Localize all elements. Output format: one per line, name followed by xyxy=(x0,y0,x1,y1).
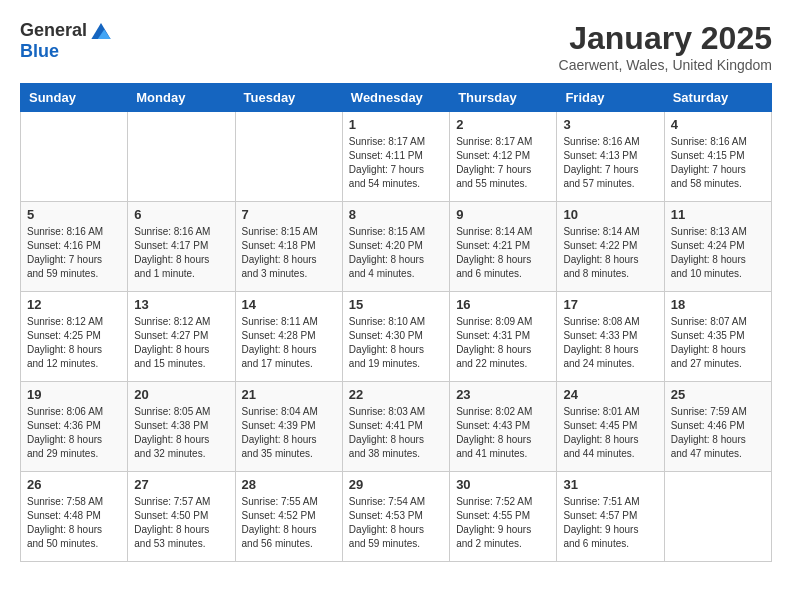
day-info: Sunrise: 8:14 AM Sunset: 4:21 PM Dayligh… xyxy=(456,225,550,281)
day-number: 13 xyxy=(134,297,228,312)
header-thursday: Thursday xyxy=(450,84,557,112)
table-row xyxy=(235,112,342,202)
day-info: Sunrise: 8:02 AM Sunset: 4:43 PM Dayligh… xyxy=(456,405,550,461)
day-info: Sunrise: 8:06 AM Sunset: 4:36 PM Dayligh… xyxy=(27,405,121,461)
day-number: 1 xyxy=(349,117,443,132)
table-row: 1Sunrise: 8:17 AM Sunset: 4:11 PM Daylig… xyxy=(342,112,449,202)
day-info: Sunrise: 8:17 AM Sunset: 4:12 PM Dayligh… xyxy=(456,135,550,191)
table-row: 22Sunrise: 8:03 AM Sunset: 4:41 PM Dayli… xyxy=(342,382,449,472)
table-row: 27Sunrise: 7:57 AM Sunset: 4:50 PM Dayli… xyxy=(128,472,235,562)
day-number: 30 xyxy=(456,477,550,492)
table-row: 20Sunrise: 8:05 AM Sunset: 4:38 PM Dayli… xyxy=(128,382,235,472)
day-number: 18 xyxy=(671,297,765,312)
day-info: Sunrise: 8:09 AM Sunset: 4:31 PM Dayligh… xyxy=(456,315,550,371)
day-info: Sunrise: 8:16 AM Sunset: 4:17 PM Dayligh… xyxy=(134,225,228,281)
day-info: Sunrise: 8:04 AM Sunset: 4:39 PM Dayligh… xyxy=(242,405,336,461)
day-info: Sunrise: 8:16 AM Sunset: 4:16 PM Dayligh… xyxy=(27,225,121,281)
day-number: 17 xyxy=(563,297,657,312)
location-text: Caerwent, Wales, United Kingdom xyxy=(559,57,772,73)
table-row xyxy=(21,112,128,202)
day-info: Sunrise: 7:57 AM Sunset: 4:50 PM Dayligh… xyxy=(134,495,228,551)
day-number: 11 xyxy=(671,207,765,222)
header-friday: Friday xyxy=(557,84,664,112)
day-number: 29 xyxy=(349,477,443,492)
day-number: 25 xyxy=(671,387,765,402)
table-row: 24Sunrise: 8:01 AM Sunset: 4:45 PM Dayli… xyxy=(557,382,664,472)
day-number: 7 xyxy=(242,207,336,222)
table-row: 29Sunrise: 7:54 AM Sunset: 4:53 PM Dayli… xyxy=(342,472,449,562)
day-info: Sunrise: 8:01 AM Sunset: 4:45 PM Dayligh… xyxy=(563,405,657,461)
day-number: 5 xyxy=(27,207,121,222)
day-info: Sunrise: 8:14 AM Sunset: 4:22 PM Dayligh… xyxy=(563,225,657,281)
table-row: 8Sunrise: 8:15 AM Sunset: 4:20 PM Daylig… xyxy=(342,202,449,292)
logo-icon xyxy=(91,23,111,39)
header-tuesday: Tuesday xyxy=(235,84,342,112)
table-row: 26Sunrise: 7:58 AM Sunset: 4:48 PM Dayli… xyxy=(21,472,128,562)
day-info: Sunrise: 8:05 AM Sunset: 4:38 PM Dayligh… xyxy=(134,405,228,461)
day-info: Sunrise: 8:15 AM Sunset: 4:18 PM Dayligh… xyxy=(242,225,336,281)
day-info: Sunrise: 7:52 AM Sunset: 4:55 PM Dayligh… xyxy=(456,495,550,551)
table-row: 31Sunrise: 7:51 AM Sunset: 4:57 PM Dayli… xyxy=(557,472,664,562)
day-number: 6 xyxy=(134,207,228,222)
day-info: Sunrise: 8:10 AM Sunset: 4:30 PM Dayligh… xyxy=(349,315,443,371)
table-row: 9Sunrise: 8:14 AM Sunset: 4:21 PM Daylig… xyxy=(450,202,557,292)
table-row: 30Sunrise: 7:52 AM Sunset: 4:55 PM Dayli… xyxy=(450,472,557,562)
day-number: 24 xyxy=(563,387,657,402)
day-number: 28 xyxy=(242,477,336,492)
day-number: 12 xyxy=(27,297,121,312)
table-row: 2Sunrise: 8:17 AM Sunset: 4:12 PM Daylig… xyxy=(450,112,557,202)
day-number: 20 xyxy=(134,387,228,402)
table-row: 7Sunrise: 8:15 AM Sunset: 4:18 PM Daylig… xyxy=(235,202,342,292)
day-number: 27 xyxy=(134,477,228,492)
table-row: 19Sunrise: 8:06 AM Sunset: 4:36 PM Dayli… xyxy=(21,382,128,472)
logo-general-text: General xyxy=(20,20,87,41)
table-row: 17Sunrise: 8:08 AM Sunset: 4:33 PM Dayli… xyxy=(557,292,664,382)
table-row: 11Sunrise: 8:13 AM Sunset: 4:24 PM Dayli… xyxy=(664,202,771,292)
day-number: 26 xyxy=(27,477,121,492)
day-info: Sunrise: 7:54 AM Sunset: 4:53 PM Dayligh… xyxy=(349,495,443,551)
day-info: Sunrise: 8:07 AM Sunset: 4:35 PM Dayligh… xyxy=(671,315,765,371)
day-number: 9 xyxy=(456,207,550,222)
day-number: 8 xyxy=(349,207,443,222)
table-row: 4Sunrise: 8:16 AM Sunset: 4:15 PM Daylig… xyxy=(664,112,771,202)
day-number: 31 xyxy=(563,477,657,492)
day-info: Sunrise: 8:13 AM Sunset: 4:24 PM Dayligh… xyxy=(671,225,765,281)
table-row: 18Sunrise: 8:07 AM Sunset: 4:35 PM Dayli… xyxy=(664,292,771,382)
table-row: 13Sunrise: 8:12 AM Sunset: 4:27 PM Dayli… xyxy=(128,292,235,382)
day-number: 19 xyxy=(27,387,121,402)
day-info: Sunrise: 8:17 AM Sunset: 4:11 PM Dayligh… xyxy=(349,135,443,191)
calendar-week-5: 26Sunrise: 7:58 AM Sunset: 4:48 PM Dayli… xyxy=(21,472,772,562)
day-number: 3 xyxy=(563,117,657,132)
calendar-week-4: 19Sunrise: 8:06 AM Sunset: 4:36 PM Dayli… xyxy=(21,382,772,472)
calendar-week-3: 12Sunrise: 8:12 AM Sunset: 4:25 PM Dayli… xyxy=(21,292,772,382)
table-row: 23Sunrise: 8:02 AM Sunset: 4:43 PM Dayli… xyxy=(450,382,557,472)
day-info: Sunrise: 8:12 AM Sunset: 4:27 PM Dayligh… xyxy=(134,315,228,371)
calendar-header-row: Sunday Monday Tuesday Wednesday Thursday… xyxy=(21,84,772,112)
table-row: 25Sunrise: 7:59 AM Sunset: 4:46 PM Dayli… xyxy=(664,382,771,472)
day-info: Sunrise: 8:03 AM Sunset: 4:41 PM Dayligh… xyxy=(349,405,443,461)
day-number: 22 xyxy=(349,387,443,402)
day-info: Sunrise: 7:58 AM Sunset: 4:48 PM Dayligh… xyxy=(27,495,121,551)
day-number: 4 xyxy=(671,117,765,132)
day-info: Sunrise: 8:12 AM Sunset: 4:25 PM Dayligh… xyxy=(27,315,121,371)
table-row: 5Sunrise: 8:16 AM Sunset: 4:16 PM Daylig… xyxy=(21,202,128,292)
month-title: January 2025 xyxy=(559,20,772,57)
day-number: 15 xyxy=(349,297,443,312)
day-info: Sunrise: 8:16 AM Sunset: 4:13 PM Dayligh… xyxy=(563,135,657,191)
table-row xyxy=(664,472,771,562)
page-header: General Blue January 2025 Caerwent, Wale… xyxy=(20,20,772,73)
header-monday: Monday xyxy=(128,84,235,112)
day-number: 14 xyxy=(242,297,336,312)
day-info: Sunrise: 7:51 AM Sunset: 4:57 PM Dayligh… xyxy=(563,495,657,551)
day-number: 23 xyxy=(456,387,550,402)
header-wednesday: Wednesday xyxy=(342,84,449,112)
calendar-week-1: 1Sunrise: 8:17 AM Sunset: 4:11 PM Daylig… xyxy=(21,112,772,202)
table-row: 15Sunrise: 8:10 AM Sunset: 4:30 PM Dayli… xyxy=(342,292,449,382)
day-number: 16 xyxy=(456,297,550,312)
day-info: Sunrise: 8:11 AM Sunset: 4:28 PM Dayligh… xyxy=(242,315,336,371)
day-info: Sunrise: 7:59 AM Sunset: 4:46 PM Dayligh… xyxy=(671,405,765,461)
table-row: 14Sunrise: 8:11 AM Sunset: 4:28 PM Dayli… xyxy=(235,292,342,382)
header-sunday: Sunday xyxy=(21,84,128,112)
calendar-week-2: 5Sunrise: 8:16 AM Sunset: 4:16 PM Daylig… xyxy=(21,202,772,292)
table-row: 6Sunrise: 8:16 AM Sunset: 4:17 PM Daylig… xyxy=(128,202,235,292)
